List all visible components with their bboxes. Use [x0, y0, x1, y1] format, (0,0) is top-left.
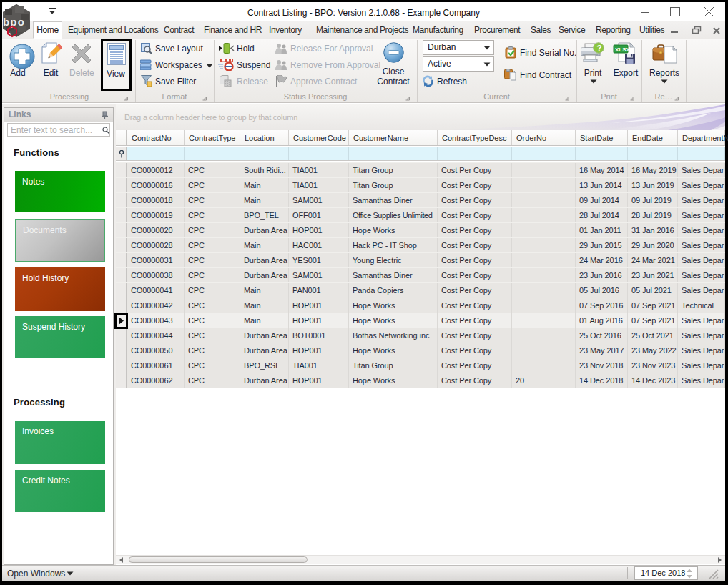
svg-text:bpo: bpo — [3, 16, 25, 28]
svg-text:?: ? — [596, 44, 601, 52]
svg-text:XLSX: XLSX — [615, 46, 631, 53]
